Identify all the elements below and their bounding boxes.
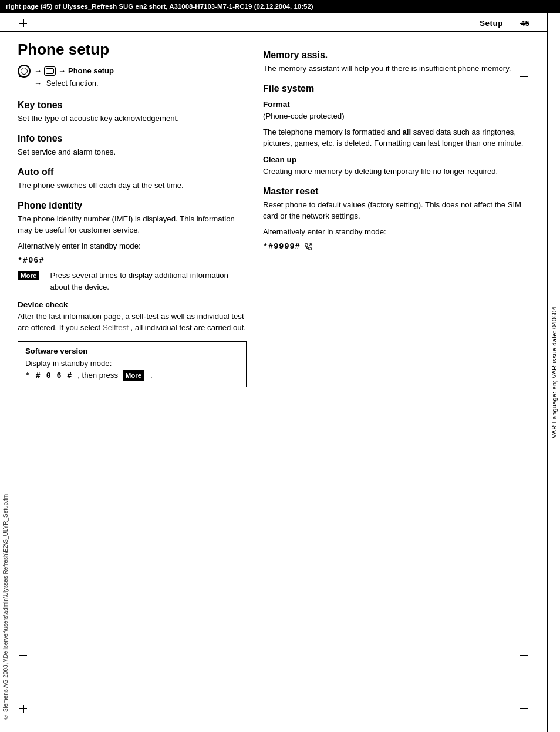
memory-assis-text: The memory assistant will help you if th… <box>263 63 529 74</box>
auto-off-heading: Auto off <box>18 167 247 177</box>
device-check-text: After the last information page, a self-… <box>18 311 247 333</box>
nav-block: → → Phone setup → Select function. <box>18 65 247 89</box>
top-bar: right page (45) of Ulysses_Refresh SUG e… <box>0 0 560 13</box>
info-tones-text: Set service and alarm tones. <box>18 146 247 157</box>
device-check-heading: Device check <box>18 300 247 309</box>
circle-icon <box>18 65 31 78</box>
master-reset-text2: Alternatively enter in standby mode: <box>263 226 529 237</box>
nav-line-2: → Select function. <box>34 78 247 89</box>
software-version-code-line: * # 0 6 # , then press More . <box>25 370 239 382</box>
format-text: The telephone memory is formatted and al… <box>263 126 529 149</box>
sidebar-right: VAR Language: en; VAR issue date: 040604 <box>547 13 560 732</box>
software-more-button[interactable]: More <box>123 370 144 381</box>
two-col-layout: Phone setup → → Phone setup → Select fun… <box>0 41 547 387</box>
page-number: 45 <box>521 19 529 28</box>
page-header: Setup 45 <box>0 13 547 32</box>
software-version-code: * # 0 6 # <box>25 371 77 380</box>
more-block-text: Press several times to display additiona… <box>50 270 247 293</box>
arrow-3: → <box>34 78 42 89</box>
sidebar-right-text: VAR Language: en; VAR issue date: 040604 <box>551 307 558 438</box>
nav-phone-setup: Phone setup <box>68 65 114 77</box>
software-version-box: Software version Display in standby mode… <box>18 341 247 387</box>
device-check-text-2: , all individual test are carried out. <box>131 323 246 332</box>
software-version-line1: Display in standby mode: <box>25 358 239 370</box>
phone-identity-code: *#06# <box>18 256 247 265</box>
cleanup-text: Creating more memory by deleting tempora… <box>263 166 529 177</box>
format-heading: Format <box>263 100 529 109</box>
master-reset-text1: Reset phone to default values (factory s… <box>263 199 529 221</box>
page-title: Phone setup <box>18 41 247 59</box>
more-block: More Press several times to display addi… <box>18 270 247 293</box>
top-bar-text: right page (45) of Ulysses_Refresh SUG e… <box>6 3 313 10</box>
info-tones-heading: Info tones <box>18 133 247 144</box>
main-content: Setup 45 Phone setup → → Phone setup <box>0 13 547 732</box>
software-version-title: Software version <box>25 347 239 355</box>
key-tones-heading: Key tones <box>18 100 247 110</box>
page-header-title: Setup <box>480 19 503 28</box>
software-version-then: , then press <box>77 371 118 380</box>
more-button[interactable]: More <box>18 271 39 280</box>
software-version-period: . <box>150 371 153 380</box>
master-reset-heading: Master reset <box>263 186 529 197</box>
auto-off-text: The phone switches off each day at the s… <box>18 180 247 191</box>
key-tones-text: Set the type of acoustic key acknowledge… <box>18 113 247 124</box>
master-reset-code: *#9999# <box>263 242 529 251</box>
arrow-2: → <box>58 65 66 77</box>
phone-identity-heading: Phone identity <box>18 200 247 211</box>
cleanup-heading: Clean up <box>263 155 529 164</box>
phone-identity-text1: The phone identity number (IMEI) is disp… <box>18 213 247 236</box>
file-system-heading: File system <box>263 83 529 94</box>
col-left: Phone setup → → Phone setup → Select fun… <box>18 41 247 387</box>
phone-identity-text2: Alternatively enter in standby mode: <box>18 240 247 251</box>
format-sub: (Phone-code protected) <box>263 110 529 122</box>
call-icon <box>304 243 312 251</box>
nav-line-1: → → Phone setup <box>18 65 247 78</box>
col-right: Memory assis. The memory assistant will … <box>263 41 529 387</box>
memory-assis-heading: Memory assis. <box>263 50 529 61</box>
nav-select-function: Select function. <box>44 78 99 89</box>
arrow-1: → <box>34 65 42 77</box>
selftest-label: Selftest <box>103 323 129 332</box>
